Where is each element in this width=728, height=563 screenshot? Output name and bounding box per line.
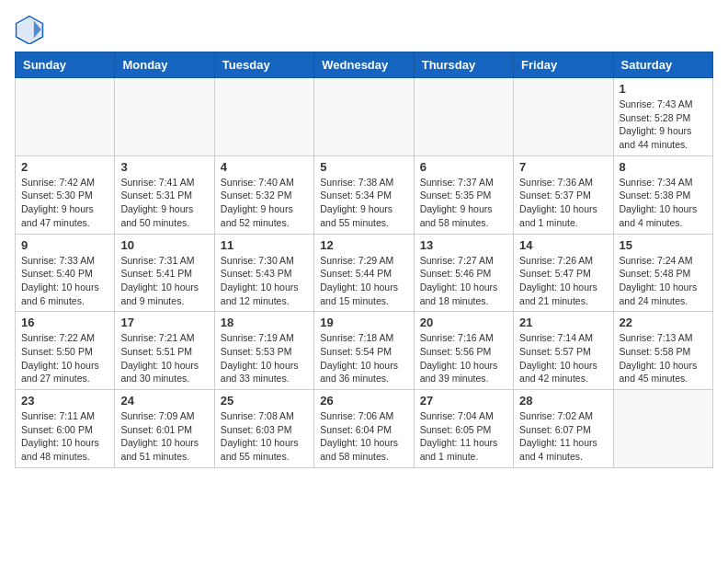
day-number: 6 — [420, 160, 507, 174]
calendar-cell: 16Sunrise: 7:22 AM Sunset: 5:50 PM Dayli… — [16, 312, 115, 390]
calendar-cell: 11Sunrise: 7:30 AM Sunset: 5:43 PM Dayli… — [214, 234, 313, 312]
day-number: 16 — [21, 316, 108, 329]
calendar-cell: 3Sunrise: 7:41 AM Sunset: 5:31 PM Daylig… — [115, 155, 214, 234]
day-number: 3 — [120, 160, 208, 174]
calendar-cell: 6Sunrise: 7:37 AM Sunset: 5:35 PM Daylig… — [414, 155, 513, 234]
calendar-cell: 8Sunrise: 7:34 AM Sunset: 5:38 PM Daylig… — [613, 155, 712, 234]
day-number: 10 — [120, 238, 208, 252]
logo-icon — [15, 15, 44, 44]
calendar-cell: 5Sunrise: 7:38 AM Sunset: 5:34 PM Daylig… — [314, 155, 414, 234]
day-info: Sunrise: 7:24 AM Sunset: 5:48 PM Dayligh… — [620, 254, 707, 308]
day-number: 1 — [620, 82, 707, 96]
calendar-cell: 25Sunrise: 7:08 AM Sunset: 6:03 PM Dayli… — [214, 390, 313, 468]
calendar-header-monday: Monday — [115, 52, 214, 78]
day-info: Sunrise: 7:19 AM Sunset: 5:53 PM Dayligh… — [221, 331, 308, 385]
calendar-cell: 22Sunrise: 7:13 AM Sunset: 5:58 PM Dayli… — [613, 312, 712, 390]
day-number: 27 — [420, 394, 507, 408]
day-number: 11 — [221, 238, 308, 252]
calendar-cell: 14Sunrise: 7:26 AM Sunset: 5:47 PM Dayli… — [514, 234, 613, 312]
calendar-cell: 4Sunrise: 7:40 AM Sunset: 5:32 PM Daylig… — [214, 155, 313, 234]
calendar-cell — [115, 78, 214, 156]
week-row-5: 23Sunrise: 7:11 AM Sunset: 6:00 PM Dayli… — [16, 390, 713, 468]
day-info: Sunrise: 7:41 AM Sunset: 5:31 PM Dayligh… — [120, 176, 208, 230]
calendar-header-friday: Friday — [514, 52, 613, 78]
calendar-header-tuesday: Tuesday — [214, 52, 313, 78]
day-number: 8 — [620, 160, 707, 174]
day-info: Sunrise: 7:42 AM Sunset: 5:30 PM Dayligh… — [21, 176, 108, 230]
calendar-cell — [214, 78, 313, 156]
day-info: Sunrise: 7:38 AM Sunset: 5:34 PM Dayligh… — [320, 176, 407, 230]
day-number: 21 — [519, 316, 607, 329]
calendar-cell: 27Sunrise: 7:04 AM Sunset: 6:05 PM Dayli… — [414, 390, 513, 468]
day-info: Sunrise: 7:22 AM Sunset: 5:50 PM Dayligh… — [21, 331, 108, 385]
calendar-cell: 15Sunrise: 7:24 AM Sunset: 5:48 PM Dayli… — [613, 234, 712, 312]
calendar-header-sunday: Sunday — [16, 52, 115, 78]
calendar-header-row: SundayMondayTuesdayWednesdayThursdayFrid… — [16, 52, 713, 78]
day-number: 24 — [120, 394, 208, 408]
day-number: 22 — [620, 316, 707, 329]
calendar-header-thursday: Thursday — [414, 52, 513, 78]
day-number: 4 — [221, 160, 308, 174]
calendar-cell — [16, 78, 115, 156]
day-number: 7 — [519, 160, 607, 174]
day-number: 26 — [320, 394, 407, 408]
day-number: 15 — [620, 238, 707, 252]
day-info: Sunrise: 7:29 AM Sunset: 5:44 PM Dayligh… — [320, 254, 407, 308]
calendar-cell: 26Sunrise: 7:06 AM Sunset: 6:04 PM Dayli… — [314, 390, 414, 468]
calendar-cell — [514, 78, 613, 156]
day-info: Sunrise: 7:43 AM Sunset: 5:28 PM Dayligh… — [620, 98, 707, 152]
calendar-cell: 9Sunrise: 7:33 AM Sunset: 5:40 PM Daylig… — [16, 234, 115, 312]
day-number: 5 — [320, 160, 407, 174]
day-info: Sunrise: 7:08 AM Sunset: 6:03 PM Dayligh… — [221, 409, 308, 464]
day-info: Sunrise: 7:27 AM Sunset: 5:46 PM Dayligh… — [420, 254, 507, 308]
day-info: Sunrise: 7:37 AM Sunset: 5:35 PM Dayligh… — [420, 176, 507, 230]
day-info: Sunrise: 7:04 AM Sunset: 6:05 PM Dayligh… — [420, 409, 507, 464]
calendar-cell: 1Sunrise: 7:43 AM Sunset: 5:28 PM Daylig… — [613, 78, 712, 156]
day-info: Sunrise: 7:18 AM Sunset: 5:54 PM Dayligh… — [320, 331, 407, 385]
day-number: 28 — [519, 394, 607, 408]
week-row-1: 1Sunrise: 7:43 AM Sunset: 5:28 PM Daylig… — [16, 78, 713, 156]
day-number: 18 — [221, 316, 308, 329]
week-row-4: 16Sunrise: 7:22 AM Sunset: 5:50 PM Dayli… — [16, 312, 713, 390]
day-number: 20 — [420, 316, 507, 329]
day-info: Sunrise: 7:06 AM Sunset: 6:04 PM Dayligh… — [320, 409, 407, 464]
day-number: 2 — [21, 160, 108, 174]
day-info: Sunrise: 7:30 AM Sunset: 5:43 PM Dayligh… — [221, 254, 308, 308]
day-info: Sunrise: 7:11 AM Sunset: 6:00 PM Dayligh… — [21, 409, 108, 464]
day-number: 19 — [320, 316, 407, 329]
calendar-cell: 12Sunrise: 7:29 AM Sunset: 5:44 PM Dayli… — [314, 234, 414, 312]
day-number: 14 — [519, 238, 607, 252]
day-info: Sunrise: 7:02 AM Sunset: 6:07 PM Dayligh… — [519, 409, 607, 464]
day-number: 13 — [420, 238, 507, 252]
day-info: Sunrise: 7:36 AM Sunset: 5:37 PM Dayligh… — [519, 176, 607, 230]
day-number: 25 — [221, 394, 308, 408]
day-number: 9 — [21, 238, 108, 252]
day-info: Sunrise: 7:13 AM Sunset: 5:58 PM Dayligh… — [620, 331, 707, 385]
calendar-cell: 19Sunrise: 7:18 AM Sunset: 5:54 PM Dayli… — [314, 312, 414, 390]
logo — [15, 15, 48, 44]
day-info: Sunrise: 7:31 AM Sunset: 5:41 PM Dayligh… — [120, 254, 208, 308]
day-info: Sunrise: 7:40 AM Sunset: 5:32 PM Dayligh… — [221, 176, 308, 230]
calendar-cell — [314, 78, 414, 156]
day-info: Sunrise: 7:16 AM Sunset: 5:56 PM Dayligh… — [420, 331, 507, 385]
week-row-3: 9Sunrise: 7:33 AM Sunset: 5:40 PM Daylig… — [16, 234, 713, 312]
day-info: Sunrise: 7:26 AM Sunset: 5:47 PM Dayligh… — [519, 254, 607, 308]
calendar-cell — [613, 390, 712, 468]
day-info: Sunrise: 7:14 AM Sunset: 5:57 PM Dayligh… — [519, 331, 607, 385]
calendar-cell: 7Sunrise: 7:36 AM Sunset: 5:37 PM Daylig… — [514, 155, 613, 234]
calendar-cell: 10Sunrise: 7:31 AM Sunset: 5:41 PM Dayli… — [115, 234, 214, 312]
calendar-table: SundayMondayTuesdayWednesdayThursdayFrid… — [15, 52, 713, 468]
calendar-cell: 13Sunrise: 7:27 AM Sunset: 5:46 PM Dayli… — [414, 234, 513, 312]
calendar-cell: 23Sunrise: 7:11 AM Sunset: 6:00 PM Dayli… — [16, 390, 115, 468]
day-info: Sunrise: 7:33 AM Sunset: 5:40 PM Dayligh… — [21, 254, 108, 308]
day-info: Sunrise: 7:21 AM Sunset: 5:51 PM Dayligh… — [120, 331, 208, 385]
calendar-cell: 24Sunrise: 7:09 AM Sunset: 6:01 PM Dayli… — [115, 390, 214, 468]
calendar-cell: 21Sunrise: 7:14 AM Sunset: 5:57 PM Dayli… — [514, 312, 613, 390]
calendar-cell: 18Sunrise: 7:19 AM Sunset: 5:53 PM Dayli… — [214, 312, 313, 390]
calendar-header-wednesday: Wednesday — [314, 52, 414, 78]
week-row-2: 2Sunrise: 7:42 AM Sunset: 5:30 PM Daylig… — [16, 155, 713, 234]
day-number: 12 — [320, 238, 407, 252]
calendar-cell — [414, 78, 513, 156]
calendar-cell: 17Sunrise: 7:21 AM Sunset: 5:51 PM Dayli… — [115, 312, 214, 390]
page-header — [15, 15, 713, 44]
